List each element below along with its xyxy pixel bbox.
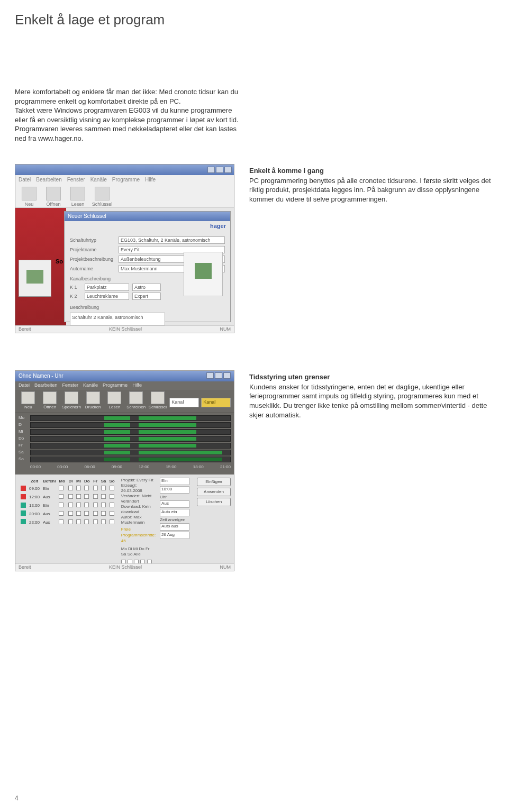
table-row[interactable]: 23:00Aus — [20, 519, 116, 526]
checkbox[interactable] — [101, 511, 106, 516]
timeline-bar[interactable] — [30, 457, 231, 462]
timer-type-input[interactable]: EG103, Schaltuhr, 2 Kanäle, astronomisch — [119, 236, 225, 244]
checkbox[interactable] — [110, 486, 114, 490]
auto-ein-button[interactable]: Auto ein — [160, 509, 189, 516]
toolbar-write[interactable]: Schreiben — [126, 391, 146, 411]
toolbar-read[interactable]: Lesen — [67, 187, 88, 205]
insert-button[interactable]: Einfügen — [197, 478, 231, 486]
checkbox[interactable] — [76, 486, 81, 490]
checkbox[interactable] — [59, 503, 64, 507]
checkbox[interactable] — [93, 503, 98, 507]
menu-item[interactable]: Programme — [103, 382, 128, 389]
menu-item[interactable]: Bearbeiten — [34, 382, 58, 389]
time-input[interactable]: 10:00 — [160, 486, 189, 494]
checkbox[interactable] — [84, 519, 89, 524]
close-icon[interactable] — [223, 372, 231, 379]
menu-item[interactable]: Bearbeiten — [36, 176, 61, 184]
toolbar-read[interactable]: Lesen — [105, 391, 124, 411]
toolbar-print[interactable]: Drucken — [83, 391, 103, 411]
checkbox[interactable] — [84, 503, 89, 507]
timeline-bar[interactable] — [30, 422, 231, 428]
menu-item[interactable]: Hilfe — [145, 176, 156, 184]
channel-name-input[interactable]: Leuchtreklame — [85, 293, 129, 300]
toolbar-open[interactable]: Öffnen — [40, 391, 60, 411]
checkbox[interactable] — [93, 486, 98, 490]
menu-item[interactable]: Kanäle — [83, 382, 98, 389]
checkbox[interactable] — [59, 511, 64, 516]
checkbox[interactable] — [101, 519, 106, 524]
toolbar-new[interactable]: Neu — [19, 187, 40, 205]
channel-name-input[interactable]: Parkplatz — [85, 284, 129, 291]
channel-mode-select[interactable]: Astro — [132, 284, 161, 291]
read-icon — [70, 187, 85, 200]
timeline-bar[interactable] — [30, 429, 231, 435]
checkbox[interactable] — [93, 494, 98, 499]
color-swatch — [21, 503, 26, 508]
checkbox[interactable] — [84, 511, 89, 516]
checkbox[interactable] — [68, 503, 73, 507]
checkbox[interactable] — [110, 494, 114, 499]
table-row[interactable]: 20:00Aus — [20, 510, 116, 518]
checkbox[interactable] — [76, 511, 81, 516]
auto-aus-button[interactable]: Auto aus — [160, 523, 189, 531]
checkbox[interactable] — [93, 519, 98, 524]
toolbar-save[interactable]: Speichern — [62, 391, 81, 411]
day-label: Di — [19, 422, 30, 428]
menu-item[interactable]: Datei — [19, 176, 31, 184]
close-icon[interactable] — [224, 167, 232, 173]
delete-button[interactable]: Löschen — [197, 498, 231, 506]
checkbox[interactable] — [110, 503, 114, 507]
checkbox[interactable] — [84, 494, 89, 499]
checkbox[interactable] — [76, 503, 81, 507]
checkbox[interactable] — [101, 486, 106, 490]
checkbox[interactable] — [110, 511, 114, 516]
timeline-bar[interactable] — [30, 415, 231, 421]
toolbar-key[interactable]: Schlüssel — [92, 187, 113, 205]
table-row[interactable]: 09:00Ein — [20, 486, 116, 493]
section2-heading: Tidsstyring uten grenser — [249, 372, 493, 382]
channel-tab[interactable]: Kanal — [201, 398, 231, 407]
minimize-icon[interactable] — [207, 167, 215, 173]
menu-item[interactable]: Fenster — [62, 382, 79, 389]
channel-select[interactable]: Kanal — [169, 398, 199, 407]
maximize-icon[interactable] — [216, 167, 223, 173]
checkbox[interactable] — [59, 486, 64, 490]
toolbar-open[interactable]: Öffnen — [43, 187, 64, 205]
checkbox[interactable] — [76, 494, 81, 499]
table-row[interactable]: 12:00Aus — [20, 494, 116, 501]
checkbox[interactable] — [59, 519, 64, 524]
channel-mode-select[interactable]: Expert — [132, 293, 161, 300]
menu-item[interactable]: Datei — [19, 382, 30, 389]
checkbox[interactable] — [68, 486, 73, 490]
minimize-icon[interactable] — [206, 372, 214, 379]
checkbox[interactable] — [93, 511, 98, 516]
checkbox[interactable] — [84, 486, 89, 490]
checkbox[interactable] — [68, 511, 73, 516]
checkbox[interactable] — [68, 494, 73, 499]
menu-item[interactable]: Kanäle — [90, 176, 107, 184]
checkbox[interactable] — [76, 519, 81, 524]
read-icon — [107, 391, 121, 404]
toolbar-key[interactable]: Schlüssel — [148, 391, 168, 411]
timeline-bar[interactable] — [30, 436, 231, 442]
menu-item[interactable]: Fenster — [67, 176, 85, 184]
checkbox[interactable] — [101, 503, 106, 507]
checkbox[interactable] — [101, 494, 106, 499]
description-input[interactable]: Schaltuhr 2 Kanäle, astronomisch — [70, 313, 165, 325]
timeline-bar[interactable] — [30, 443, 231, 449]
table-row[interactable]: 13:00Ein — [20, 503, 116, 510]
menu-item[interactable]: Programme — [112, 176, 140, 184]
toolbar-new[interactable]: Neu — [19, 391, 38, 411]
apply-button[interactable]: Anwenden — [197, 488, 231, 496]
aus-button[interactable]: Aus — [160, 500, 189, 508]
checkbox[interactable] — [110, 519, 114, 524]
app-window-2: Ohne Namen - Uhr Datei Bearbeiten Fenste… — [15, 370, 234, 571]
maximize-icon[interactable] — [215, 372, 222, 379]
device-preview — [184, 252, 223, 296]
timeline-bar[interactable] — [30, 450, 231, 455]
checkbox[interactable] — [68, 519, 73, 524]
menu-item[interactable]: Hilfe — [132, 382, 142, 389]
date-input[interactable]: 26 Aug — [160, 532, 189, 539]
ein-button[interactable]: Ein — [160, 478, 189, 485]
checkbox[interactable] — [59, 494, 64, 499]
